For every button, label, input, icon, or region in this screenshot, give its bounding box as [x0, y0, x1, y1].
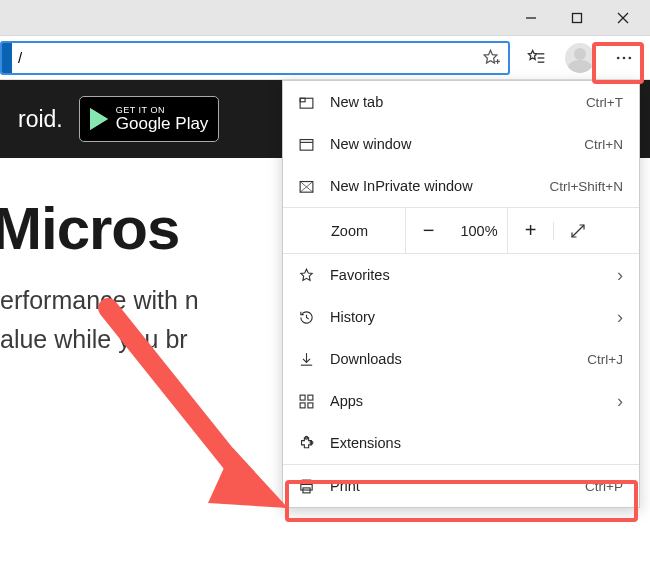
menu-item-history[interactable]: History › [283, 296, 639, 338]
zoom-in-button[interactable]: + [507, 208, 553, 254]
favorites-list-icon[interactable] [514, 38, 558, 78]
menu-label: History [330, 309, 603, 325]
settings-menu: New tab Ctrl+T New window Ctrl+N New InP… [282, 80, 640, 508]
svg-rect-14 [300, 139, 313, 150]
star-icon [297, 267, 316, 284]
svg-rect-24 [302, 480, 311, 484]
menu-label: Extensions [330, 435, 623, 451]
menu-item-print[interactable]: Print Ctrl+P [283, 465, 639, 507]
extension-icon [297, 435, 316, 452]
menu-shortcut: Ctrl+J [587, 352, 623, 367]
add-favorite-icon[interactable] [472, 48, 508, 67]
menu-item-inprivate[interactable]: New InPrivate window Ctrl+Shift+N [283, 165, 639, 207]
menu-label: Favorites [330, 267, 603, 283]
menu-item-extensions[interactable]: Extensions [283, 422, 639, 464]
zoom-value: 100% [451, 223, 507, 239]
menu-shortcut: Ctrl+P [585, 479, 623, 494]
address-bar-selection [2, 43, 12, 73]
menu-label: New tab [330, 94, 572, 110]
browser-toolbar [0, 36, 650, 80]
banner-text: roid. [18, 106, 63, 133]
svg-rect-18 [300, 395, 305, 400]
menu-zoom-row: Zoom − 100% + [283, 207, 639, 253]
url-input[interactable] [12, 43, 472, 73]
menu-shortcut: Ctrl+N [584, 137, 623, 152]
inprivate-icon [297, 178, 316, 195]
new-window-icon [297, 136, 316, 153]
print-icon [297, 478, 316, 495]
more-menu-button[interactable] [602, 38, 646, 78]
svg-rect-20 [300, 402, 305, 407]
apps-icon [297, 393, 316, 410]
svg-rect-13 [300, 98, 305, 102]
address-bar[interactable] [0, 41, 510, 75]
svg-point-11 [629, 56, 632, 59]
menu-item-new-window[interactable]: New window Ctrl+N [283, 123, 639, 165]
menu-label: Downloads [330, 351, 573, 367]
svg-rect-1 [573, 13, 582, 22]
window-titlebar [0, 0, 650, 36]
gplay-big-text: Google Play [116, 115, 209, 132]
svg-rect-19 [308, 395, 313, 400]
menu-item-downloads[interactable]: Downloads Ctrl+J [283, 338, 639, 380]
menu-label: New window [330, 136, 570, 152]
menu-item-apps[interactable]: Apps › [283, 380, 639, 422]
zoom-out-button[interactable]: − [405, 208, 451, 254]
chevron-right-icon: › [617, 265, 623, 286]
window-maximize-button[interactable] [554, 2, 600, 34]
zoom-label: Zoom [283, 223, 405, 239]
svg-rect-12 [300, 98, 313, 108]
new-tab-icon [297, 94, 316, 111]
google-play-icon [90, 108, 108, 130]
chevron-right-icon: › [617, 307, 623, 328]
svg-point-9 [617, 56, 620, 59]
menu-item-new-tab[interactable]: New tab Ctrl+T [283, 81, 639, 123]
window-minimize-button[interactable] [508, 2, 554, 34]
menu-label: New InPrivate window [330, 178, 535, 194]
menu-label: Apps [330, 393, 603, 409]
download-icon [297, 351, 316, 368]
chevron-right-icon: › [617, 391, 623, 412]
history-icon [297, 309, 316, 326]
google-play-badge[interactable]: GET IT ON Google Play [79, 96, 220, 142]
fullscreen-button[interactable] [553, 222, 601, 240]
menu-label: Print [330, 478, 571, 494]
menu-item-favorites[interactable]: Favorites › [283, 254, 639, 296]
window-close-button[interactable] [600, 2, 646, 34]
profile-button[interactable] [558, 38, 602, 78]
svg-rect-21 [308, 402, 313, 407]
avatar-icon [565, 43, 595, 73]
menu-shortcut: Ctrl+T [586, 95, 623, 110]
menu-shortcut: Ctrl+Shift+N [549, 179, 623, 194]
svg-point-10 [623, 56, 626, 59]
